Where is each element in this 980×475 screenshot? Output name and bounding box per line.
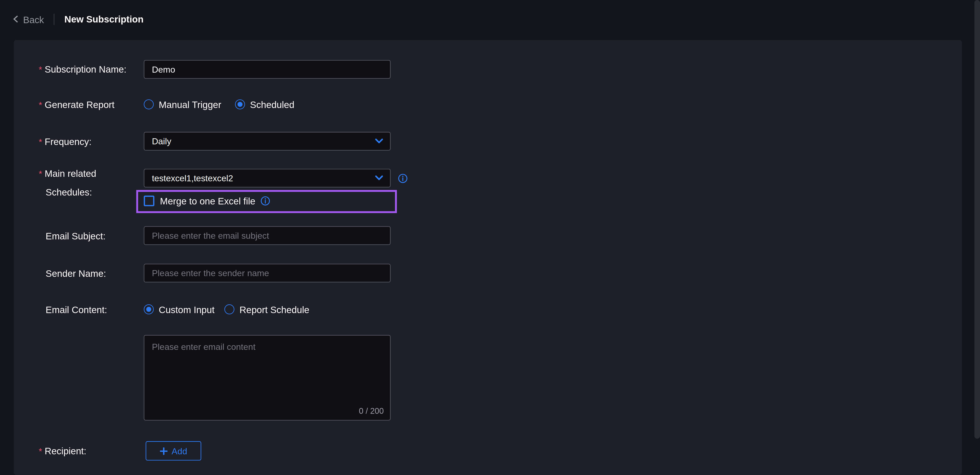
- email-content-textarea[interactable]: [144, 335, 390, 420]
- radio-report-schedule[interactable]: Report Schedule: [224, 304, 309, 315]
- page-title: New Subscription: [64, 14, 144, 24]
- app-window: Back New Subscription *Subscription Name…: [0, 0, 980, 475]
- header-divider: [54, 14, 54, 25]
- plus-icon: [160, 447, 167, 455]
- schedules-info-icon[interactable]: [398, 174, 407, 183]
- recipient-label: *Recipient:: [39, 446, 86, 456]
- schedules-selected-value: testexcel1,testexcel2: [152, 173, 233, 183]
- main-related-schedules-label-line1: *Main related: [39, 169, 96, 179]
- radio-manual-trigger[interactable]: Manual Trigger: [144, 99, 221, 110]
- radio-circle-icon: [144, 99, 154, 110]
- email-subject-label: Email Subject:: [46, 231, 106, 241]
- subscription-name-label: *Subscription Name:: [39, 64, 127, 75]
- frequency-selected-value: Daily: [152, 136, 171, 146]
- required-marker: *: [39, 446, 42, 456]
- scrollbar-thumb[interactable]: [974, 0, 980, 439]
- merge-checkbox-label: Merge to one Excel file: [160, 195, 255, 206]
- merge-highlight-box: Merge to one Excel file: [136, 190, 397, 213]
- back-button[interactable]: Back: [13, 13, 44, 25]
- email-content-radio-group: Custom Input Report Schedule: [144, 304, 309, 315]
- subscription-name-input[interactable]: [144, 60, 390, 79]
- radio-custom-input[interactable]: Custom Input: [144, 304, 215, 315]
- email-subject-input[interactable]: [144, 226, 390, 245]
- required-marker: *: [39, 100, 42, 110]
- chevron-down-icon: [375, 175, 383, 181]
- generate-report-label: *Generate Report: [39, 100, 115, 110]
- add-recipient-button[interactable]: Add: [146, 441, 201, 461]
- required-marker: *: [39, 169, 42, 179]
- frequency-label: *Frequency:: [39, 137, 92, 147]
- sender-name-label: Sender Name:: [46, 269, 106, 279]
- back-label: Back: [23, 14, 44, 25]
- email-content-textarea-wrap: 0 / 200: [144, 335, 390, 421]
- radio-circle-icon: [224, 304, 234, 315]
- page-header: Back New Subscription: [0, 0, 980, 39]
- chevron-down-icon: [375, 138, 383, 144]
- scrollbar-track[interactable]: [974, 0, 980, 475]
- main-related-schedules-select[interactable]: testexcel1,testexcel2: [144, 169, 390, 187]
- frequency-select[interactable]: Daily: [144, 132, 390, 151]
- required-marker: *: [39, 137, 42, 147]
- generate-report-radio-group: Manual Trigger Scheduled: [144, 98, 294, 110]
- merge-checkbox[interactable]: [144, 195, 154, 206]
- merge-info-icon[interactable]: [260, 196, 270, 205]
- chevron-left-icon: [13, 14, 19, 25]
- radio-circle-checked-icon: [144, 304, 154, 315]
- email-content-label: Email Content:: [46, 305, 107, 315]
- radio-circle-checked-icon: [235, 99, 245, 110]
- form-panel: *Subscription Name: *Generate Report Man…: [14, 40, 962, 475]
- add-button-label: Add: [172, 446, 187, 456]
- radio-scheduled[interactable]: Scheduled: [235, 99, 294, 110]
- required-marker: *: [39, 64, 42, 75]
- sender-name-input[interactable]: [144, 264, 390, 282]
- main-related-schedules-label-line2: Schedules:: [46, 187, 92, 197]
